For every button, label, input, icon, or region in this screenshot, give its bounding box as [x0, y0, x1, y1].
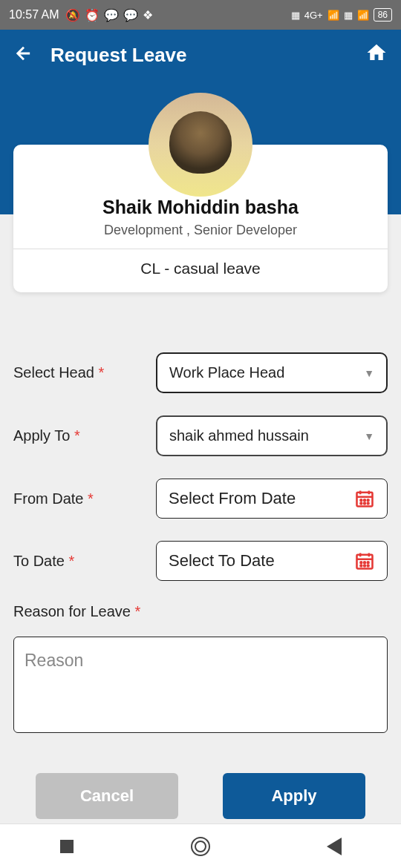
nav-home-icon[interactable]	[191, 837, 210, 856]
volte-icon-2: ▦	[344, 10, 353, 21]
to-date-placeholder: Select To Date	[169, 551, 275, 571]
svg-point-8	[360, 562, 362, 563]
svg-point-12	[364, 565, 365, 566]
svg-point-2	[364, 499, 365, 501]
svg-point-10	[368, 562, 369, 563]
chevron-down-icon: ▼	[364, 430, 374, 442]
apply-button[interactable]: Apply	[223, 773, 365, 819]
message-icon: 💬	[104, 8, 119, 22]
page-title: Request Leave	[50, 44, 349, 67]
bell-off-icon: 🔕	[65, 8, 80, 22]
svg-point-6	[368, 502, 369, 504]
divider	[13, 249, 388, 249]
status-time: 10:57 AM	[9, 8, 59, 22]
cancel-button[interactable]: Cancel	[36, 773, 178, 819]
nav-recent-icon[interactable]	[57, 837, 76, 856]
apply-to-dropdown[interactable]: shaik ahmed hussain ▼	[156, 415, 388, 456]
svg-point-13	[368, 565, 369, 566]
signal-icon: 📶	[327, 10, 339, 21]
apply-to-row: Apply To * shaik ahmed hussain ▼	[13, 415, 388, 456]
message-icon-2: 💬	[123, 8, 138, 22]
status-left: 10:57 AM 🔕 ⏰ 💬 💬 ❖	[9, 8, 153, 22]
to-date-label: To Date *	[13, 553, 147, 570]
app-icon: ❖	[143, 8, 153, 22]
profile-card: Shaik Mohiddin basha Development , Senio…	[13, 145, 388, 292]
network-type: 4G+	[304, 10, 323, 21]
profile-name: Shaik Mohiddin basha	[28, 197, 373, 218]
signal-icon-2: 📶	[357, 10, 369, 21]
home-icon[interactable]	[365, 42, 388, 69]
avatar	[149, 93, 252, 197]
select-head-label: Select Head *	[13, 364, 147, 381]
from-date-label: From Date *	[13, 490, 147, 507]
from-date-placeholder: Select From Date	[169, 489, 296, 508]
status-right: ▦ 4G+ 📶 ▦ 📶 86	[291, 8, 392, 22]
svg-point-9	[364, 562, 365, 563]
to-date-input[interactable]: Select To Date	[156, 541, 388, 581]
battery-indicator: 86	[374, 8, 392, 22]
leave-type: CL - casual leave	[28, 260, 373, 277]
svg-point-5	[364, 502, 365, 504]
svg-point-1	[360, 499, 362, 501]
calendar-icon	[354, 488, 375, 509]
apply-to-label: Apply To *	[13, 427, 147, 444]
status-icons-left: 🔕 ⏰ 💬 💬 ❖	[65, 8, 153, 22]
from-date-input[interactable]: Select From Date	[156, 479, 388, 519]
profile-role: Development , Senior Developer	[28, 223, 373, 238]
to-date-row: To Date * Select To Date	[13, 541, 388, 581]
svg-point-11	[360, 565, 362, 566]
calendar-icon	[354, 550, 375, 571]
back-arrow-icon[interactable]	[13, 43, 34, 68]
apply-to-value: shaik ahmed hussain	[169, 427, 309, 444]
nav-bar	[0, 823, 401, 868]
chevron-down-icon: ▼	[364, 367, 374, 379]
status-bar: 10:57 AM 🔕 ⏰ 💬 💬 ❖ ▦ 4G+ 📶 ▦ 📶 86	[0, 0, 401, 30]
app-header: Request Leave	[0, 30, 401, 81]
volte-icon: ▦	[291, 10, 300, 21]
alarm-icon: ⏰	[85, 8, 100, 22]
select-head-value: Work Place Head	[169, 364, 284, 381]
from-date-row: From Date * Select From Date	[13, 479, 388, 519]
button-row: Cancel Apply	[13, 773, 388, 819]
reason-label: Reason for Leave *	[13, 603, 388, 620]
select-head-dropdown[interactable]: Work Place Head ▼	[156, 352, 388, 393]
svg-point-3	[368, 499, 369, 501]
select-head-row: Select Head * Work Place Head ▼	[13, 352, 388, 393]
reason-textarea[interactable]	[13, 637, 388, 733]
form-area: Select Head * Work Place Head ▼ Apply To…	[0, 214, 401, 819]
svg-point-4	[360, 502, 362, 504]
nav-back-icon[interactable]	[325, 837, 344, 856]
